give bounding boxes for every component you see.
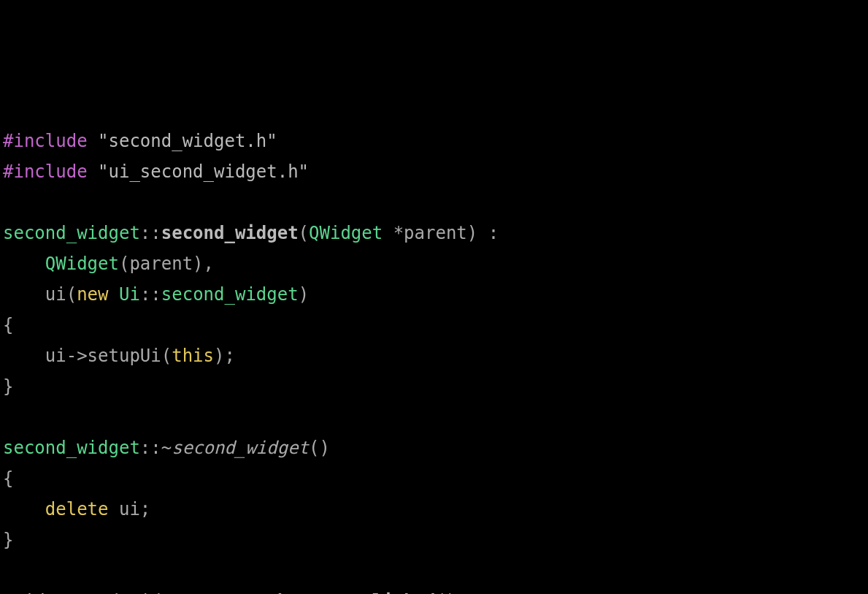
class-name: second_widget bbox=[55, 591, 193, 594]
type-name: QWidget bbox=[309, 223, 383, 243]
scope-op: :: bbox=[140, 223, 161, 243]
tilde: ~ bbox=[161, 438, 172, 458]
stmt: ui->setupUi( bbox=[3, 346, 172, 366]
brace: } bbox=[3, 530, 13, 550]
code-editor[interactable]: #include "second_widget.h" #include "ui_… bbox=[3, 126, 865, 594]
destructor-name: second_widget bbox=[172, 438, 309, 458]
class-name: QWidget bbox=[45, 254, 119, 274]
preprocessor-include: #include bbox=[3, 161, 88, 182]
stmt: ); bbox=[214, 346, 235, 366]
scope-op: :: bbox=[193, 591, 214, 594]
keyword-new: new bbox=[77, 284, 108, 305]
brace: } bbox=[3, 376, 13, 397]
brace: { bbox=[3, 315, 13, 335]
class-name: second_widget bbox=[161, 284, 299, 305]
init: (parent), bbox=[119, 254, 214, 274]
include-string: "ui_second_widget.h" bbox=[98, 161, 309, 182]
include-string: "second_widget.h" bbox=[98, 131, 277, 151]
constructor-name: second_widget bbox=[161, 223, 299, 243]
paren: () bbox=[435, 591, 456, 594]
preprocessor-include: #include bbox=[3, 131, 88, 151]
class-name: second_widget bbox=[3, 223, 140, 243]
stmt: ui; bbox=[109, 499, 151, 519]
scope-op: :: bbox=[140, 438, 161, 458]
class-name: second_widget bbox=[3, 438, 140, 458]
brace: { bbox=[3, 468, 13, 489]
keyword-void: void bbox=[3, 591, 45, 594]
param: *parent) : bbox=[383, 223, 499, 243]
keyword-delete: delete bbox=[45, 499, 109, 519]
keyword-this: this bbox=[172, 346, 214, 366]
init: ui( bbox=[45, 284, 77, 305]
scope-op: :: bbox=[140, 284, 161, 305]
paren: ) bbox=[299, 284, 309, 305]
space bbox=[45, 591, 55, 594]
paren: ( bbox=[299, 223, 309, 243]
method-name: on_pushButton_clicked bbox=[214, 591, 435, 594]
namespace: Ui bbox=[109, 284, 140, 305]
paren: () bbox=[309, 438, 330, 458]
